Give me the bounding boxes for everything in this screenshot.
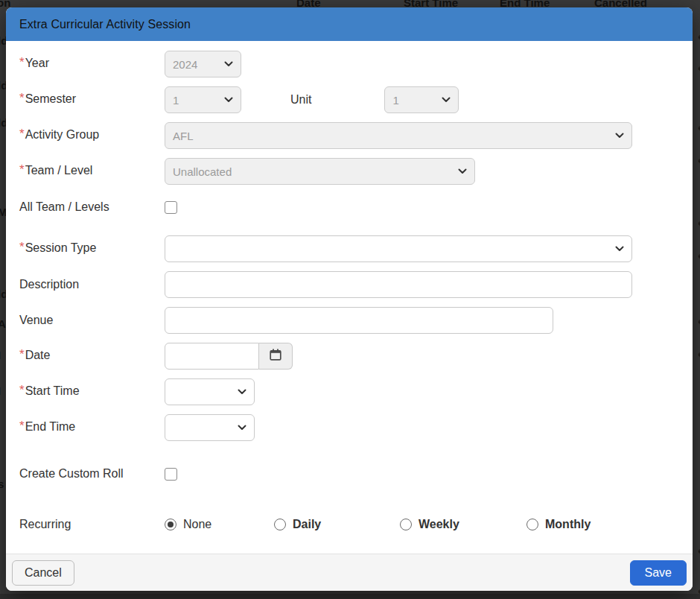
field-row-recurring: Recurring None Daily Weekly Monthly bbox=[19, 511, 679, 538]
start-time-select[interactable] bbox=[165, 378, 255, 405]
required-asterisk: * bbox=[19, 127, 25, 142]
venue-input[interactable] bbox=[165, 307, 553, 334]
field-row-venue: Venue bbox=[19, 307, 679, 334]
field-row-activity-group: * Activity Group AFL bbox=[19, 122, 679, 149]
activity-group-label: * Activity Group bbox=[19, 128, 165, 143]
modal-footer: Cancel Save bbox=[6, 554, 693, 591]
field-row-description: Description bbox=[19, 271, 679, 298]
chevron-down-icon bbox=[224, 61, 233, 67]
activity-session-modal: Extra Curricular Activity Session * Year… bbox=[6, 7, 693, 591]
background-text-fragment: s bbox=[0, 478, 4, 490]
recurring-option-daily[interactable]: Daily bbox=[274, 518, 400, 531]
recurring-label: Recurring bbox=[19, 518, 165, 531]
field-row-date: * Date bbox=[19, 343, 679, 370]
background-text-fragment: I bbox=[0, 349, 1, 361]
cancel-button[interactable]: Cancel bbox=[12, 560, 74, 586]
required-asterisk: * bbox=[19, 55, 25, 70]
required-asterisk: * bbox=[19, 419, 25, 434]
semester-select-value: 1 bbox=[173, 94, 179, 107]
background-bottom-band bbox=[0, 594, 700, 599]
chevron-down-icon bbox=[238, 389, 246, 395]
edit-pencil-icon: ✎ bbox=[697, 350, 700, 364]
recurring-option-weekly[interactable]: Weekly bbox=[400, 518, 526, 531]
field-row-all-team-levels: All Team / Levels bbox=[19, 194, 679, 221]
description-input[interactable] bbox=[165, 271, 632, 298]
unit-select-value: 1 bbox=[392, 94, 398, 107]
chevron-down-icon bbox=[615, 133, 624, 139]
field-row-session-type: * Session Type bbox=[19, 235, 679, 262]
field-row-semester: * Semester 1 Unit 1 bbox=[19, 86, 679, 113]
edit-pencil-icon: ✎ bbox=[697, 124, 700, 137]
radio-icon bbox=[526, 519, 538, 530]
modal-title: Extra Curricular Activity Session bbox=[19, 18, 191, 31]
edit-pencil-icon: ✎ bbox=[697, 64, 700, 77]
team-level-select-value: Unallocated bbox=[173, 165, 232, 178]
edit-pencil-icon: ✎ bbox=[697, 219, 700, 232]
start-time-label: * Start Time bbox=[19, 384, 165, 399]
semester-select: 1 bbox=[165, 86, 241, 113]
required-asterisk: * bbox=[19, 347, 25, 362]
chevron-down-icon bbox=[458, 168, 467, 174]
edit-pencil-icon: ✎ bbox=[697, 547, 700, 560]
description-label: Description bbox=[19, 278, 165, 291]
edit-pencil-icon: ✎ bbox=[697, 156, 700, 170]
recurring-radio-group: None Daily Weekly Monthly bbox=[165, 518, 679, 531]
chevron-down-icon bbox=[224, 97, 233, 103]
edit-pencil-icon: ✎ bbox=[697, 33, 700, 46]
radio-icon bbox=[274, 519, 286, 530]
radio-icon bbox=[165, 519, 176, 530]
radio-icon bbox=[400, 519, 412, 530]
session-type-select[interactable] bbox=[165, 235, 632, 262]
activity-group-select: AFL bbox=[165, 122, 632, 149]
chevron-down-icon bbox=[615, 246, 624, 252]
modal-body: * Year 2024 * Semester 1 bbox=[6, 41, 693, 554]
end-time-label: * End Time bbox=[19, 420, 165, 435]
background-text-fragment: I bbox=[0, 384, 1, 397]
edit-pencil-icon: ✎ bbox=[697, 252, 700, 265]
create-custom-roll-checkbox[interactable] bbox=[165, 468, 177, 481]
date-label: * Date bbox=[19, 349, 165, 364]
required-asterisk: * bbox=[19, 91, 25, 106]
field-row-start-time: * Start Time bbox=[19, 378, 679, 405]
required-asterisk: * bbox=[19, 240, 25, 255]
end-time-select[interactable] bbox=[165, 414, 255, 441]
required-asterisk: * bbox=[19, 383, 25, 398]
chevron-down-icon bbox=[238, 425, 246, 431]
semester-label: * Semester bbox=[19, 92, 165, 107]
unit-label: Unit bbox=[290, 93, 311, 107]
create-custom-roll-label: Create Custom Roll bbox=[19, 467, 165, 481]
chevron-down-icon bbox=[442, 97, 451, 103]
field-row-create-custom-roll: Create Custom Roll bbox=[19, 460, 679, 487]
field-row-team-level: * Team / Level Unallocated bbox=[19, 158, 679, 185]
edit-pencil-icon: ✎ bbox=[697, 317, 700, 331]
field-row-year: * Year 2024 bbox=[19, 51, 679, 77]
activity-group-select-value: AFL bbox=[173, 130, 194, 142]
session-type-label: * Session Type bbox=[19, 241, 165, 256]
field-row-end-time: * End Time bbox=[19, 414, 679, 441]
team-level-label: * Team / Level bbox=[19, 164, 165, 179]
all-team-levels-label: All Team / Levels bbox=[19, 200, 165, 214]
team-level-select: Unallocated bbox=[165, 158, 475, 185]
date-picker-button[interactable] bbox=[259, 343, 293, 370]
required-asterisk: * bbox=[19, 162, 25, 177]
recurring-option-none[interactable]: None bbox=[165, 518, 274, 531]
date-input-group bbox=[165, 343, 293, 370]
background-text-fragment: A bbox=[0, 317, 6, 330]
year-label: * Year bbox=[19, 57, 165, 72]
venue-label: Venue bbox=[19, 314, 165, 327]
year-select-value: 2024 bbox=[173, 58, 197, 71]
year-select: 2024 bbox=[165, 51, 241, 77]
unit-select: 1 bbox=[384, 86, 459, 113]
all-team-levels-checkbox[interactable] bbox=[165, 201, 177, 214]
save-button[interactable]: Save bbox=[630, 560, 687, 586]
modal-header: Extra Curricular Activity Session bbox=[6, 7, 693, 41]
date-input[interactable] bbox=[165, 343, 259, 370]
recurring-option-monthly[interactable]: Monthly bbox=[526, 518, 591, 531]
calendar-icon bbox=[268, 347, 283, 365]
